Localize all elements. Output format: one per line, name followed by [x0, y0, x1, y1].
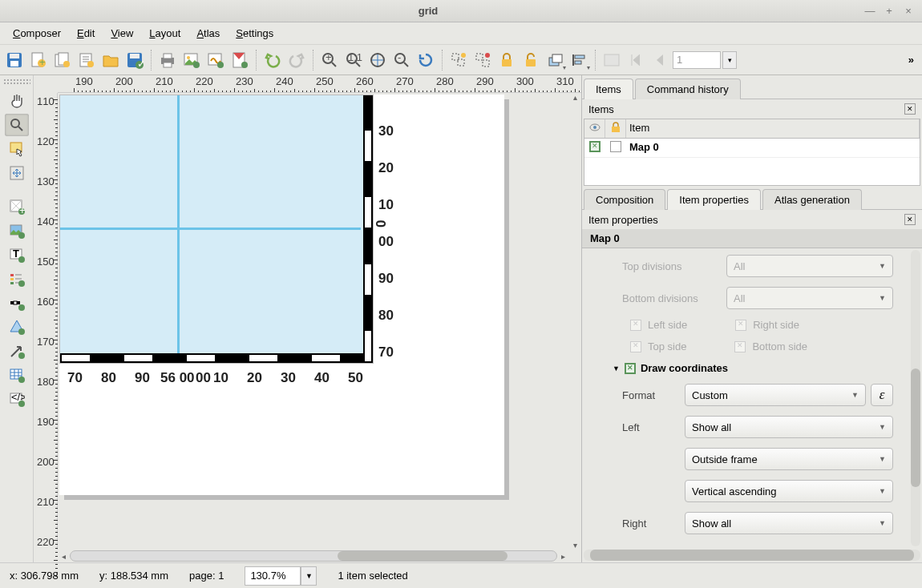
add-arrow-tool-icon[interactable]	[5, 340, 29, 362]
toolbar-overflow-icon[interactable]: »	[904, 54, 919, 66]
draw-coordinates-checkbox[interactable]	[625, 363, 636, 374]
items-table: Item Map 0	[584, 119, 920, 186]
toolbox-handle[interactable]	[3, 79, 30, 85]
close-icon[interactable]: ×	[903, 6, 914, 17]
add-image-tool-icon[interactable]	[5, 219, 29, 242]
menu-layout[interactable]: Layout	[143, 26, 187, 41]
status-page: page: 1	[189, 570, 224, 582]
bottom-divisions-label: Bottom divisions	[622, 292, 726, 304]
item-props-title: Item properties	[588, 214, 904, 226]
ungroup-icon[interactable]	[471, 49, 494, 71]
zoom-out-icon[interactable]: -	[390, 49, 413, 71]
add-label-tool-icon[interactable]: T	[5, 244, 29, 266]
right-show-select[interactable]: Show all▼	[685, 512, 893, 534]
maximize-icon[interactable]: +	[884, 6, 895, 17]
canvas-viewport[interactable]: 30201000908070 0 70809056 00001020304050	[58, 93, 569, 550]
svg-point-20	[193, 62, 200, 68]
zoom-full-icon[interactable]	[366, 49, 389, 71]
move-content-tool-icon[interactable]	[5, 162, 29, 184]
new-composer-icon[interactable]: +	[27, 49, 50, 71]
refresh-icon[interactable]	[414, 49, 437, 71]
save-icon[interactable]	[3, 49, 26, 71]
item-lock-checkbox[interactable]	[610, 141, 621, 152]
horizontal-scrollbar[interactable]	[70, 550, 557, 562]
left-show-select[interactable]: Show all▼	[685, 416, 893, 438]
add-scalebar-tool-icon[interactable]	[5, 292, 29, 314]
item-visible-checkbox[interactable]	[589, 141, 601, 152]
atlas-page-dropdown[interactable]: ▾	[722, 51, 737, 69]
hscroll-right[interactable]: ▸	[557, 552, 569, 561]
composer-manager-icon[interactable]	[75, 49, 98, 71]
items-panel-close-icon[interactable]: ✕	[904, 103, 916, 115]
add-table-tool-icon[interactable]	[5, 364, 29, 386]
svg-rect-38	[502, 59, 512, 66]
props-horizontal-scrollbar[interactable]	[584, 550, 920, 561]
unlock-icon[interactable]	[520, 49, 542, 71]
vscroll-down[interactable]: ▾	[569, 541, 581, 550]
vscroll-up[interactable]: ▴	[569, 93, 581, 102]
raise-icon[interactable]	[544, 49, 566, 71]
duplicate-composer-icon[interactable]	[51, 49, 74, 71]
svg-point-34	[461, 53, 466, 58]
align-icon[interactable]	[568, 49, 590, 71]
add-map-tool-icon[interactable]: +	[5, 195, 29, 218]
left-position-select[interactable]: Outside frame▼	[685, 448, 893, 470]
add-legend-tool-icon[interactable]	[5, 268, 29, 290]
tab-composition[interactable]: Composition	[584, 189, 665, 210]
item-props-section: Map 0	[582, 229, 922, 248]
export-image-icon[interactable]	[180, 49, 203, 71]
svg-rect-15	[161, 58, 174, 64]
atlas-preview-icon[interactable]	[601, 49, 623, 71]
menu-edit[interactable]: Edit	[71, 26, 101, 41]
svg-rect-66	[10, 369, 22, 379]
expression-button[interactable]: ε	[871, 384, 893, 406]
items-panel-title: Items	[588, 103, 904, 115]
svg-point-67	[18, 377, 25, 383]
print-icon[interactable]	[156, 49, 179, 71]
export-pdf-icon[interactable]	[228, 49, 251, 71]
export-svg-icon[interactable]	[204, 49, 227, 71]
minimize-icon[interactable]: —	[864, 6, 875, 17]
group-icon[interactable]	[447, 49, 470, 71]
menu-atlas[interactable]: Atlas	[190, 26, 226, 41]
add-shape-tool-icon[interactable]	[5, 316, 29, 338]
menu-view[interactable]: View	[104, 26, 140, 41]
bottom-side-checkbox	[734, 341, 746, 352]
svg-text:T: T	[13, 248, 19, 260]
lock-icon[interactable]	[495, 49, 518, 71]
add-html-tool-icon[interactable]: </>	[5, 388, 29, 410]
left-direction-select[interactable]: Vertical ascending▼	[685, 480, 893, 502]
format-select[interactable]: Custom▼	[685, 384, 866, 406]
redo-icon[interactable]	[285, 49, 308, 71]
draw-coordinates-group[interactable]: ▼ Draw coordinates	[613, 362, 893, 374]
svg-point-30	[395, 54, 405, 63]
save-template-icon[interactable]: ✓	[123, 49, 146, 71]
pan-tool-icon[interactable]	[5, 90, 29, 112]
svg-text:</>: </>	[11, 391, 25, 403]
map-item[interactable]	[59, 95, 374, 364]
zoom-in-icon[interactable]: +	[318, 49, 341, 71]
tab-item-properties[interactable]: Item properties	[667, 189, 761, 210]
undo-icon[interactable]	[261, 49, 284, 71]
select-tool-icon[interactable]	[5, 138, 29, 160]
item-props-close-icon[interactable]: ✕	[904, 214, 916, 225]
zoom-tool-icon[interactable]	[5, 114, 29, 136]
atlas-prev-icon[interactable]	[649, 49, 671, 71]
tab-command-history[interactable]: Command history	[635, 79, 741, 99]
tab-items[interactable]: Items	[584, 79, 633, 99]
menu-settings[interactable]: Settings	[229, 26, 280, 41]
horizontal-ruler[interactable]: 190200210220230240250260270280290300310	[58, 75, 581, 93]
atlas-page-input[interactable]: 1	[673, 51, 721, 69]
menu-composer[interactable]: Composer	[6, 26, 67, 41]
open-template-icon[interactable]	[99, 49, 122, 71]
tab-atlas-generation[interactable]: Atlas generation	[762, 189, 862, 210]
zoom-dropdown[interactable]: ▼	[301, 566, 317, 586]
zoom-input[interactable]	[245, 566, 301, 586]
props-vertical-scrollbar[interactable]	[911, 250, 920, 546]
vertical-ruler[interactable]: 110120130140150160170180190200210220	[34, 93, 58, 550]
atlas-first-icon[interactable]	[625, 49, 647, 71]
table-row[interactable]: Map 0	[584, 139, 920, 158]
zoom-actual-icon[interactable]: 1:1	[342, 49, 365, 71]
hscroll-left[interactable]: ◂	[58, 552, 70, 561]
svg-point-65	[18, 352, 25, 359]
